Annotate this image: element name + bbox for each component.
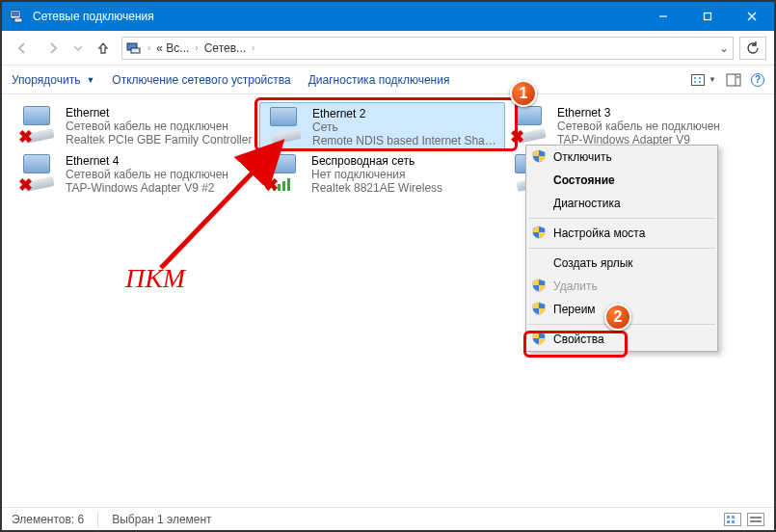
chevron-right-icon: › — [195, 42, 198, 53]
connection-item[interactable]: ✖EthernetСетевой кабель не подключенReal… — [13, 102, 259, 150]
connection-item[interactable]: ✖Беспроводная сетьНет подключенияRealtek… — [259, 150, 505, 199]
maximize-button[interactable] — [685, 2, 730, 31]
menu-item[interactable]: Переим — [526, 298, 717, 321]
svg-rect-8 — [131, 48, 140, 53]
adapter-icon: ✖ — [19, 106, 60, 146]
adapter-icon: ✖ — [19, 154, 60, 195]
menu-item[interactable]: Состояние — [526, 169, 717, 192]
svg-rect-4 — [705, 13, 711, 20]
disable-device-button[interactable]: Отключение сетевого устройства — [112, 73, 290, 87]
adapter-icon: ✖ — [511, 106, 551, 146]
shield-icon — [532, 279, 546, 292]
view-icon — [691, 74, 705, 86]
chevron-right-icon: › — [147, 42, 150, 53]
connection-name: Ethernet — [66, 106, 252, 120]
disconnected-icon: ✖ — [17, 177, 33, 193]
svg-rect-2 — [14, 18, 22, 22]
menu-item-label: Диагностика — [553, 197, 621, 210]
navigation-bar: › « Вс... › Сетев... › ⌄ — [2, 31, 774, 66]
connection-name: Ethernet 2 — [312, 107, 498, 120]
menu-item: Удалить — [526, 275, 717, 298]
menu-item[interactable]: Настройка моста — [526, 222, 717, 245]
help-button[interactable]: ? — [751, 72, 764, 88]
menu-separator — [528, 248, 715, 249]
adapter-icon: ✖ — [265, 154, 306, 195]
adapter-icon — [266, 107, 307, 147]
status-count: Элементов: 6 — [12, 513, 84, 526]
breadcrumb-part-2[interactable]: Сетев... — [204, 41, 246, 55]
menu-item[interactable]: Диагностика — [526, 192, 717, 215]
chevron-right-icon: › — [252, 42, 254, 53]
back-button[interactable] — [10, 36, 35, 61]
connection-status: Сеть — [312, 120, 498, 134]
disconnected-icon: ✖ — [17, 129, 33, 145]
close-button[interactable] — [730, 2, 774, 31]
connection-item[interactable]: ✖Ethernet 4Сетевой кабель не подключенTA… — [13, 150, 259, 199]
preview-pane-icon — [726, 72, 741, 88]
view-mode-button[interactable]: ▼ — [691, 72, 716, 88]
shield-icon — [532, 149, 546, 163]
up-button[interactable] — [91, 36, 116, 61]
minimize-button[interactable] — [641, 2, 685, 31]
connection-name: Беспроводная сеть — [311, 154, 442, 168]
connection-name: Ethernet 3 — [557, 106, 720, 120]
menu-item[interactable]: Создать ярлык — [526, 252, 717, 275]
svg-rect-1 — [12, 12, 19, 16]
menu-item-label: Создать ярлык — [553, 256, 633, 270]
shield-icon — [532, 226, 546, 239]
menu-item-label: Настройка моста — [553, 226, 645, 240]
disconnected-icon: ✖ — [509, 129, 524, 145]
network-connections-icon — [10, 9, 25, 24]
connection-device: Remote NDIS based Internet Shari... — [312, 134, 498, 147]
connections-area[interactable]: ✖EthernetСетевой кабель не подключенReal… — [2, 94, 774, 509]
organize-button[interactable]: Упорядочить▼ — [12, 73, 94, 87]
connection-status: Сетевой кабель не подключен — [66, 120, 252, 133]
connection-status: Сетевой кабель не подключен — [557, 120, 720, 133]
connection-device: Realtek 8821AE Wireless — [311, 181, 442, 195]
recent-locations-button[interactable] — [71, 36, 85, 61]
menu-item-label: Переим — [553, 303, 596, 316]
chevron-down-icon: ▼ — [709, 75, 716, 84]
command-bar: Упорядочить▼ Отключение сетевого устройс… — [2, 66, 774, 94]
network-panel-icon — [126, 40, 142, 56]
help-icon: ? — [751, 73, 764, 87]
annotation-pkm: ПКМ — [125, 263, 185, 294]
menu-item-label: Состояние — [553, 173, 615, 187]
breadcrumb[interactable]: › « Вс... › Сетев... › ⌄ — [121, 37, 734, 60]
connection-device: Realtek PCIe GBE Family Controller — [66, 133, 252, 146]
status-selection: Выбран 1 элемент — [112, 513, 211, 526]
connection-device: TAP-Windows Adapter V9 #2 — [66, 181, 228, 195]
menu-separator — [528, 218, 715, 219]
menu-item[interactable]: Отключить — [526, 146, 717, 169]
menu-item-label: Удалить — [553, 279, 598, 293]
divider — [97, 512, 98, 527]
connection-item[interactable]: Ethernet 2СетьRemote NDIS based Internet… — [259, 102, 505, 150]
view-large-icons-button[interactable] — [724, 513, 741, 526]
view-details-button[interactable] — [747, 513, 764, 526]
menu-item-label: Отключить — [553, 150, 612, 164]
breadcrumb-dropdown-icon[interactable]: ⌄ — [719, 41, 729, 55]
connection-name: Ethernet 4 — [66, 154, 228, 168]
status-bar: Элементов: 6 Выбран 1 элемент — [2, 507, 774, 530]
refresh-button[interactable] — [739, 37, 766, 60]
shield-icon — [532, 302, 546, 315]
window-title: Сетевые подключения — [33, 10, 641, 23]
chevron-down-icon: ▼ — [86, 75, 94, 85]
connection-status: Нет подключения — [311, 168, 442, 181]
preview-pane-button[interactable] — [726, 72, 741, 88]
svg-rect-9 — [727, 74, 740, 86]
diagnose-connection-button[interactable]: Диагностика подключения — [308, 73, 450, 87]
disconnected-icon: ✖ — [263, 177, 279, 193]
forward-button[interactable] — [40, 36, 66, 61]
shield-icon — [532, 332, 546, 345]
connection-status: Сетевой кабель не подключен — [66, 168, 228, 181]
menu-item[interactable]: Свойства — [526, 328, 717, 351]
menu-item-label: Свойства — [553, 332, 604, 346]
context-menu: ОтключитьСостояниеДиагностикаНастройка м… — [525, 145, 718, 352]
breadcrumb-part-1[interactable]: « Вс... — [156, 41, 189, 55]
connection-item[interactable]: ✖Ethernet 3Сетевой кабель не подключенTA… — [505, 102, 751, 150]
svg-rect-11 — [736, 76, 739, 78]
menu-separator — [528, 324, 715, 325]
